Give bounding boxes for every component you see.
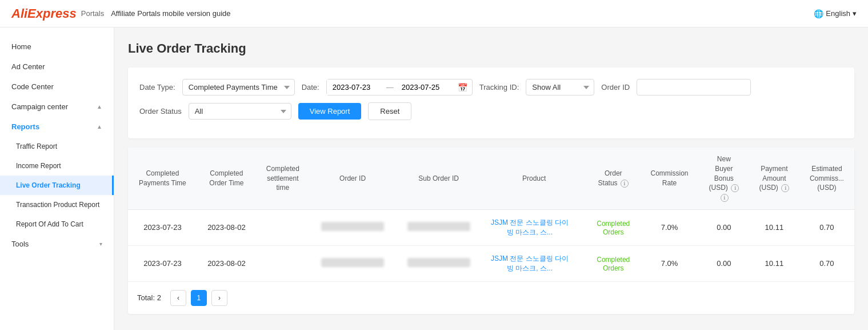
th-commission-rate: CommissionRate [640,148,699,209]
td-order-status-1: CompletedOrders [586,209,640,245]
tracking-id-select[interactable]: Show All [526,79,594,96]
sidebar-item-income-report[interactable]: Income Report [0,156,114,176]
sub-order-id-blurred-1 [407,222,470,231]
page-title: Live Order Tracking [128,41,854,56]
th-order-id: Order ID [310,148,396,209]
guide-link[interactable]: Affiliate Portals mobile version guide [111,9,230,18]
filter-row-1: Date Type: Completed Payments Time Compl… [139,79,843,96]
order-id-input[interactable] [637,79,751,96]
th-completed-order-time: CompletedOrder Time [197,148,256,209]
date-to-input[interactable] [396,79,453,95]
calendar-icon[interactable]: 📅 [453,83,472,92]
th-payment-amount: PaymentAmount(USD) ℹ [749,148,799,209]
orders-table: CompletedPayments Time CompletedOrder Ti… [128,148,854,281]
table-wrapper: CompletedPayments Time CompletedOrder Ti… [128,148,854,281]
chevron-down-icon: ▾ [99,241,102,247]
pagination-prev-button[interactable]: ‹ [170,290,186,306]
th-estimated-commission: EstimatedCommiss...(USD) [799,148,854,209]
table-row: 2023-07-23 2023-08-02 JSJM 전문 스노클링 다이빙 마… [128,209,854,245]
portals-label: Portals [81,9,104,18]
td-completed-settlement-time-2 [256,245,310,281]
date-type-label: Date Type: [139,83,175,92]
logo[interactable]: AliExpress [11,6,77,21]
sidebar-item-tools[interactable]: Tools ▾ [0,234,114,254]
sidebar-item-campaign-center[interactable]: Campaign center ▲ [0,97,114,117]
sidebar-item-live-order-tracking[interactable]: Live Order Tracking [0,176,114,195]
filter-card: Date Type: Completed Payments Time Compl… [128,67,854,138]
payment-amount-info-icon[interactable]: ℹ [781,184,789,192]
view-report-button[interactable]: View Report [298,103,362,120]
globe-icon: 🌐 [814,9,823,18]
sidebar: Home Ad Center Code Center Campaign cent… [0,27,114,330]
order-status-select[interactable]: All Completed Orders Pending Cancelled [189,103,291,120]
th-completed-settlement-time: Completedsettlementtime [256,148,310,209]
layout: Home Ad Center Code Center Campaign cent… [0,27,868,330]
pagination: Total: 2 ‹ 1 › [128,281,854,314]
top-nav: AliExpress Portals Affiliate Portals mob… [0,0,868,27]
sidebar-item-code-center[interactable]: Code Center [0,77,114,97]
td-order-id-1 [310,209,396,245]
main-content: Live Order Tracking Date Type: Completed… [114,27,868,330]
language-chevron-icon: ▾ [853,9,857,18]
date-range-picker[interactable]: — 📅 [326,79,473,96]
td-estimated-commission-2: 0.70 [799,245,854,281]
td-commission-rate-1: 7.0% [640,209,699,245]
product-link-1[interactable]: JSJM 전문 스노클링 다이빙 마스크, 스... [490,218,570,237]
td-new-buyer-bonus-2: 0.00 [699,245,749,281]
th-new-buyer-bonus: NewBuyerBonus(USD) ℹℹ [699,148,749,209]
td-completed-payments-time-2: 2023-07-23 [128,245,197,281]
td-completed-order-time-2: 2023-08-02 [197,245,256,281]
order-id-blurred-1 [321,222,384,231]
th-sub-order-id: Sub Order ID [395,148,482,209]
order-status-label: Order Status [139,107,182,116]
pagination-page-1-button[interactable]: 1 [191,290,207,306]
td-completed-settlement-time-1 [256,209,310,245]
td-commission-rate-2: 7.0% [640,245,699,281]
pagination-next-button[interactable]: › [211,290,227,306]
order-status-info-icon[interactable]: ℹ [621,180,629,188]
date-separator: — [384,83,396,92]
sub-order-id-blurred-2 [407,258,470,267]
td-product-1: JSJM 전문 스노클링 다이빙 마스크, 스... [482,209,586,245]
order-id-label: Order ID [601,83,630,92]
th-completed-payments-time: CompletedPayments Time [128,148,197,209]
sidebar-item-report-add-to-cart[interactable]: Report Of Add To Cart [0,214,114,234]
table-header-row: CompletedPayments Time CompletedOrder Ti… [128,148,854,209]
chevron-up-icon: ▲ [97,124,102,130]
td-completed-order-time-1: 2023-08-02 [197,209,256,245]
td-payment-amount-2: 10.11 [749,245,799,281]
sidebar-item-reports[interactable]: Reports ▲ [0,117,114,137]
language-label: English [826,9,850,18]
filter-row-2: Order Status All Completed Orders Pendin… [139,102,843,120]
date-from-input[interactable] [327,79,384,95]
sidebar-item-ad-center[interactable]: Ad Center [0,57,114,77]
td-sub-order-id-1 [395,209,482,245]
new-buyer-bonus-info-icon[interactable]: ℹ [731,184,739,192]
table-card: CompletedPayments Time CompletedOrder Ti… [128,148,854,314]
td-completed-payments-time-1: 2023-07-23 [128,209,197,245]
tracking-id-label: Tracking ID: [479,83,519,92]
td-new-buyer-bonus-1: 0.00 [699,209,749,245]
td-sub-order-id-2 [395,245,482,281]
date-type-select[interactable]: Completed Payments Time Completed Order … [182,79,295,96]
language-selector[interactable]: 🌐 English ▾ [814,9,857,18]
chevron-down-icon: ▲ [97,104,102,110]
th-order-status: OrderStatus ℹ [586,148,640,209]
td-estimated-commission-1: 0.70 [799,209,854,245]
td-payment-amount-1: 10.11 [749,209,799,245]
pagination-total: Total: 2 [137,293,161,302]
sidebar-item-traffic-report[interactable]: Traffic Report [0,137,114,156]
sidebar-item-transaction-product-report[interactable]: Transaction Product Report [0,195,114,214]
td-order-id-2 [310,245,396,281]
product-link-2[interactable]: JSJM 전문 스노클링 다이빙 마스크, 스... [490,254,570,273]
order-id-blurred-2 [321,258,384,267]
date-label: Date: [302,83,319,92]
th-product: Product [482,148,586,209]
sidebar-item-home[interactable]: Home [0,37,114,57]
td-product-2: JSJM 전문 스노클링 다이빙 마스크, 스... [482,245,586,281]
reset-button[interactable]: Reset [368,102,411,120]
new-buyer-bonus-info-icon-2[interactable]: ℹ [721,194,729,202]
table-row: 2023-07-23 2023-08-02 JSJM 전문 스노클링 다이빙 마… [128,245,854,281]
td-order-status-2: CompletedOrders [586,245,640,281]
